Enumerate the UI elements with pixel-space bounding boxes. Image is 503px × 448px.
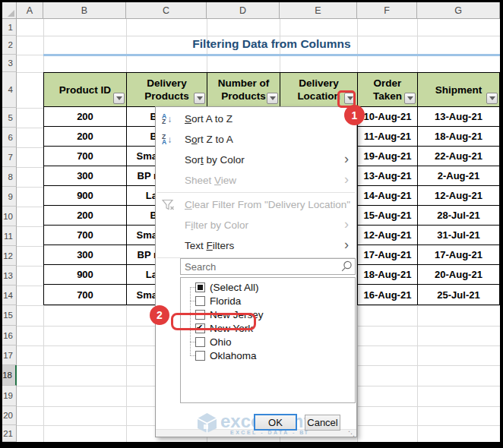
column-header-b[interactable]: B <box>43 2 126 19</box>
column-header-d[interactable]: D <box>207 2 280 19</box>
gridline <box>17 36 500 36</box>
cell-shipment[interactable]: 17-Aug-21 <box>418 245 499 265</box>
row-header-1[interactable]: 1 <box>2 19 17 36</box>
menu-item-label: Text Filters <box>185 240 234 251</box>
menu-item-sort-z-to-a[interactable]: ZA↓Sort Z to A <box>156 129 356 150</box>
clipped-cell-text: BP r <box>127 245 157 264</box>
select-all-corner[interactable] <box>2 2 17 19</box>
cell-order-taken[interactable]: 11-Aug-21 <box>358 127 418 147</box>
cell-shipment[interactable]: 12-Aug-21 <box>418 186 499 206</box>
checkbox-ohio[interactable] <box>195 337 205 347</box>
row-header-11[interactable]: 11 <box>2 226 17 246</box>
row-header-2[interactable]: 2 <box>2 36 17 55</box>
filter-button-number-of-products[interactable] <box>267 93 278 104</box>
row-header-15[interactable]: 15 <box>2 305 17 326</box>
submenu-chevron-icon: › <box>344 216 349 232</box>
checkbox-florida[interactable] <box>195 296 205 306</box>
sort-arrow-icon: ↓ <box>167 114 172 125</box>
cell-shipment[interactable]: 2-Aug-21 <box>418 166 499 186</box>
row-header-4[interactable]: 4 <box>2 72 17 108</box>
cell-product-id[interactable]: 900 <box>44 265 127 285</box>
clipped-cell-text: Sma <box>127 147 157 166</box>
menu-item-sort-by-color[interactable]: Sort by Color› <box>156 150 356 170</box>
row-header-17[interactable]: 17 <box>2 345 17 365</box>
cell-product-id[interactable]: 300 <box>44 245 127 265</box>
table-header-delivery-products: Delivery Products <box>127 73 207 107</box>
row-header-8[interactable]: 8 <box>2 167 17 187</box>
filter-dropdown-icon <box>197 96 203 100</box>
row-header-19[interactable]: 19 <box>2 386 17 406</box>
cell-order-taken[interactable]: 14-Aug-21 <box>358 186 418 206</box>
filter-value-select-all[interactable]: (Select All) <box>181 280 355 294</box>
table-header-label: Product ID <box>59 84 111 96</box>
column-header-c[interactable]: C <box>126 2 207 19</box>
row-header-14[interactable]: 14 <box>2 286 17 305</box>
menu-item-clear-filter-from-delivery-location: Clear Filter From "Delivery Location" <box>156 194 356 215</box>
cell-shipment[interactable]: 28-Jul-21 <box>418 206 499 226</box>
column-header-a[interactable]: A <box>17 2 43 19</box>
row-header-6[interactable]: 6 <box>2 128 17 147</box>
checkbox-oklahoma[interactable] <box>195 351 205 361</box>
column-header-e[interactable]: E <box>280 2 357 19</box>
cell-order-taken[interactable]: 18-Aug-21 <box>358 265 418 285</box>
cell-product-id[interactable]: 900 <box>44 186 127 206</box>
menu-item-sort-a-to-z[interactable]: AZ↓Sort A to Z <box>156 109 356 129</box>
clipped-cell-text: Sma <box>127 226 157 245</box>
filter-value-oklahoma[interactable]: Oklahoma <box>181 349 355 362</box>
column-header-f[interactable]: F <box>357 2 417 19</box>
row-header-7[interactable]: 7 <box>2 147 17 167</box>
cell-shipment[interactable]: 18-Aug-21 <box>418 127 499 147</box>
clipped-cell-text: La <box>127 265 157 284</box>
clipped-cell-text: B <box>127 107 157 126</box>
cell-product-id[interactable]: 200 <box>44 107 127 127</box>
step1-badge: 1 <box>344 105 365 125</box>
cell-order-taken[interactable]: 16-Aug-21 <box>358 285 418 304</box>
sort-za-icon: ZA↓ <box>162 134 172 145</box>
resize-grip[interactable]: ⋱ <box>348 431 355 437</box>
cell-product-id[interactable]: 700 <box>44 285 127 304</box>
cell-order-taken[interactable]: 10-Aug-21 <box>358 107 418 127</box>
ok-button[interactable]: OK <box>254 414 297 431</box>
row-header-5[interactable]: 5 <box>2 108 17 128</box>
cell-product-id[interactable]: 200 <box>44 206 127 226</box>
cancel-button[interactable]: Cancel <box>305 415 340 431</box>
row-header-3[interactable]: 3 <box>2 55 17 72</box>
row-header-13[interactable]: 13 <box>2 266 17 286</box>
filter-value-florida[interactable]: Florida <box>181 294 355 308</box>
cell-order-taken[interactable]: 19-Aug-21 <box>358 147 418 166</box>
row-header-16[interactable]: 16 <box>2 326 17 345</box>
row-header-18[interactable]: 18 <box>2 365 17 386</box>
filter-button-shipment[interactable] <box>486 93 498 104</box>
cell-order-taken[interactable]: 12-Aug-21 <box>358 226 418 245</box>
row-header-20[interactable]: 20 <box>2 406 17 425</box>
clipped-cell-text: B <box>127 206 157 225</box>
filter-button-product-id[interactable] <box>113 93 125 104</box>
row-header-9[interactable]: 9 <box>2 187 17 207</box>
column-header-g[interactable]: G <box>417 2 500 19</box>
cell-product-id[interactable]: 700 <box>44 226 127 245</box>
row-header-21[interactable]: 21 <box>2 425 17 442</box>
cell-shipment[interactable]: 31-Jul-21 <box>418 226 499 245</box>
cell-order-taken[interactable]: 17-Aug-21 <box>358 245 418 265</box>
table-header-shipment: Shipment <box>418 73 499 107</box>
cell-order-taken[interactable]: 13-Aug-21 <box>358 166 418 186</box>
search-icon <box>340 260 353 273</box>
checkbox-select-all[interactable] <box>195 282 205 292</box>
menu-item-label: Clear Filter From "Delivery Location" <box>185 199 350 210</box>
cell-order-taken[interactable]: 15-Aug-21 <box>358 206 418 226</box>
cell-shipment[interactable]: 22-Aug-21 <box>418 147 499 166</box>
row-header-10[interactable]: 10 <box>2 207 17 226</box>
filter-button-delivery-products[interactable] <box>194 93 205 104</box>
cell-product-id[interactable]: 200 <box>44 127 127 147</box>
filter-dropdown-icon <box>407 96 413 100</box>
search-input[interactable] <box>180 258 356 275</box>
cell-shipment[interactable]: 20-Aug-21 <box>418 265 499 285</box>
cell-product-id[interactable]: 700 <box>44 147 127 166</box>
row-header-12[interactable]: 12 <box>2 246 17 266</box>
filter-button-order-taken[interactable] <box>404 93 416 104</box>
cell-shipment[interactable]: 13-Aug-21 <box>418 107 499 127</box>
menu-item-text-filters[interactable]: Text Filters› <box>156 235 356 256</box>
cell-product-id[interactable]: 300 <box>44 166 127 186</box>
filter-value-ohio[interactable]: Ohio <box>181 335 355 349</box>
cell-shipment[interactable]: 25-Jul-21 <box>418 285 499 304</box>
